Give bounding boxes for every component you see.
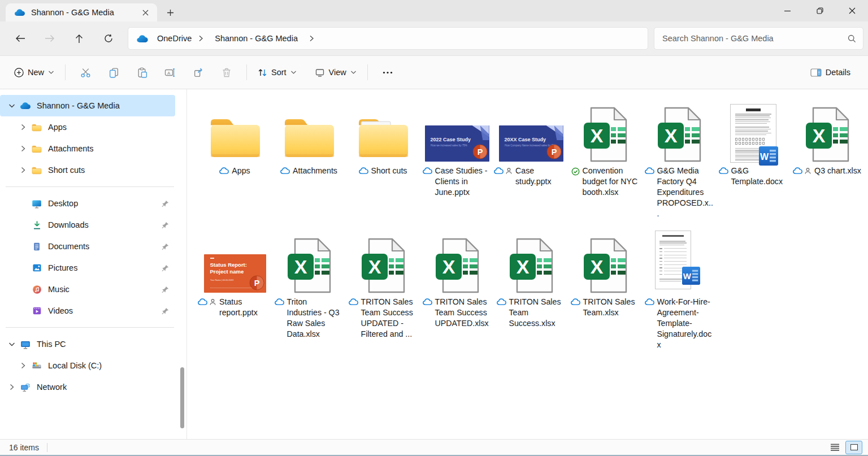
sidebar-item-label: Pictures (48, 263, 77, 272)
chevron-right-icon[interactable] (198, 35, 203, 42)
minimize-button[interactable] (771, 0, 804, 21)
cloud-status-icon (494, 167, 504, 174)
sidebar-item-attachments[interactable]: Attachments (0, 138, 175, 159)
excel-file-icon: X (568, 96, 642, 163)
restore-button[interactable] (804, 0, 836, 21)
folder-tile-attachments[interactable]: Attachments (272, 96, 346, 219)
details-view-toggle[interactable] (826, 441, 843, 454)
breadcrumb-onedrive[interactable]: OneDrive (154, 32, 195, 45)
item-count: 16 items (9, 443, 39, 452)
back-button[interactable] (6, 27, 35, 50)
excel-file-icon: X (272, 227, 346, 294)
chevron-spacer (16, 285, 31, 294)
sidebar-item-label: Shannon - G&G Media (37, 101, 120, 110)
sidebar-item-apps[interactable]: Apps (0, 116, 175, 138)
status-bar: 16 items (0, 439, 868, 455)
chevron-right-icon[interactable] (16, 166, 31, 175)
sidebar-item-videos[interactable]: Videos (0, 300, 175, 322)
chevron-right-icon[interactable] (16, 123, 31, 132)
new-button[interactable]: New (9, 63, 59, 82)
file-tile-g-g-media-factory-q4-expenditure[interactable]: XG&G Media Factory Q4 Expenditures PROPO… (642, 96, 716, 219)
file-tile-case-study-pptx[interactable]: 20XX Case StudyHow Company Name increase… (494, 96, 568, 219)
file-name: Short cuts (371, 166, 407, 176)
svg-text:P: P (477, 147, 483, 157)
file-tile-triton-sales-team-success-update[interactable]: XTRITON Sales Team Success UPDATED.xlsx (420, 227, 494, 350)
sidebar-item-desktop[interactable]: Desktop (0, 193, 175, 214)
explorer-tab[interactable]: Shannon - G&G Media (6, 3, 157, 21)
up-button[interactable] (64, 27, 94, 50)
file-tile-q3-chart-xlsx[interactable]: XQ3 chart.xlsx (790, 96, 864, 219)
forward-button[interactable] (35, 27, 64, 50)
view-button-label: View (329, 68, 346, 77)
file-label: TRITON Sales Team.xlsx (568, 297, 642, 318)
view-monitor-icon (315, 68, 325, 77)
sort-button[interactable]: Sort (253, 63, 302, 82)
delete-button[interactable] (214, 62, 239, 83)
file-tile-triton-sales-team-xlsx[interactable]: XTRITON Sales Team.xlsx (568, 227, 642, 350)
folder-tile-short-cuts[interactable]: Short cuts (346, 96, 420, 219)
sidebar-item-local-disk-c[interactable]: Local Disk (C:) (0, 355, 175, 376)
chevron-right-icon[interactable] (309, 35, 314, 42)
sidebar-item-label: Desktop (48, 199, 78, 208)
file-tile-g-g-template-docx[interactable]: WG&G Template.docx (716, 96, 790, 219)
file-name: Case study.pptx (515, 166, 568, 187)
svg-text:W: W (683, 271, 691, 281)
folder-icon (198, 96, 272, 163)
chevron-right-icon[interactable] (16, 361, 31, 370)
chevron-down-icon[interactable] (5, 101, 19, 110)
more-options-button[interactable] (375, 62, 400, 83)
videos-icon (31, 305, 43, 316)
new-button-label: New (28, 68, 44, 77)
status-icons (359, 167, 368, 176)
this-pc-icon (19, 338, 32, 350)
file-tile-triton-sales-team-success-update[interactable]: XTRITON Sales Team Success UPDATED - Fil… (346, 227, 420, 350)
sidebar-item-downloads[interactable]: Downloads (0, 214, 175, 236)
sidebar-item-label: Documents (48, 242, 89, 251)
toolbar-separator (367, 64, 368, 80)
chevron-down-icon[interactable] (5, 340, 19, 349)
file-tile-triton-sales-team-success-xlsx[interactable]: XTRITON Sales Team Success.xlsx (494, 227, 568, 350)
large-icons-view-toggle[interactable] (845, 441, 862, 454)
file-tile-convention-budget-for-nyc-booth-[interactable]: XConvention budget for NYC booth.xlsx (568, 96, 642, 219)
cloud-status-icon (219, 167, 229, 174)
powerpoint-thumbnail: Status Report:Project nameYour Name | 00… (198, 227, 272, 294)
folder-tile-apps[interactable]: Apps (198, 96, 272, 219)
refresh-button[interactable] (94, 27, 123, 50)
sidebar-scrollbar[interactable] (180, 367, 184, 428)
file-name: Triton Industries - Q3 Raw Sales Data.xl… (287, 297, 344, 340)
chevron-right-icon[interactable] (5, 383, 19, 392)
file-tile-case-studies-clients-in-june-ppt[interactable]: 2022 Case StudyHow we increased sales by… (420, 96, 494, 219)
tab-close-icon[interactable] (138, 5, 153, 20)
file-tile-status-report-pptx[interactable]: Status Report:Project nameYour Name | 00… (198, 227, 272, 350)
sidebar-item-short-cuts[interactable]: Short cuts (0, 159, 175, 181)
close-button[interactable] (836, 0, 868, 21)
search-icon[interactable] (848, 34, 856, 43)
folder-icon (272, 96, 346, 163)
file-tile-triton-industries-q3-raw-sales-d[interactable]: XTriton Industries - Q3 Raw Sales Data.x… (272, 227, 346, 350)
copy-button[interactable] (101, 62, 126, 83)
svg-text:P: P (551, 147, 557, 157)
window-controls (771, 0, 868, 21)
sort-arrows-icon (258, 68, 267, 77)
chevron-right-icon[interactable] (16, 144, 31, 153)
details-pane-button[interactable]: Details (805, 63, 856, 82)
onedrive-cloud-icon (14, 8, 25, 16)
sidebar-item-shannon-g-g-media[interactable]: Shannon - G&G Media (0, 95, 175, 116)
sidebar-item-documents[interactable]: Documents (0, 236, 175, 257)
sidebar-item-music[interactable]: Music (0, 279, 175, 300)
share-button[interactable] (186, 62, 211, 83)
search-input[interactable] (662, 34, 848, 43)
sidebar-item-network[interactable]: Network (0, 376, 175, 398)
sidebar-item-pictures[interactable]: Pictures (0, 257, 175, 279)
paste-button[interactable] (129, 62, 154, 83)
rename-button[interactable]: A (158, 62, 183, 83)
sidebar-item-this-pc[interactable]: This PC (0, 333, 175, 355)
cut-button[interactable] (73, 62, 98, 83)
new-tab-button[interactable] (162, 4, 179, 21)
file-label: Short cuts (346, 166, 420, 176)
view-button[interactable]: View (310, 63, 362, 82)
title-bar: Shannon - G&G Media (0, 0, 868, 21)
breadcrumb-current-folder[interactable]: Shannon - G&G Media (211, 32, 301, 45)
search-box[interactable] (654, 27, 863, 50)
file-tile-work-for-hire-agreement-template[interactable]: WWork-For-Hire-Agreement-Template-Signat… (642, 227, 716, 350)
